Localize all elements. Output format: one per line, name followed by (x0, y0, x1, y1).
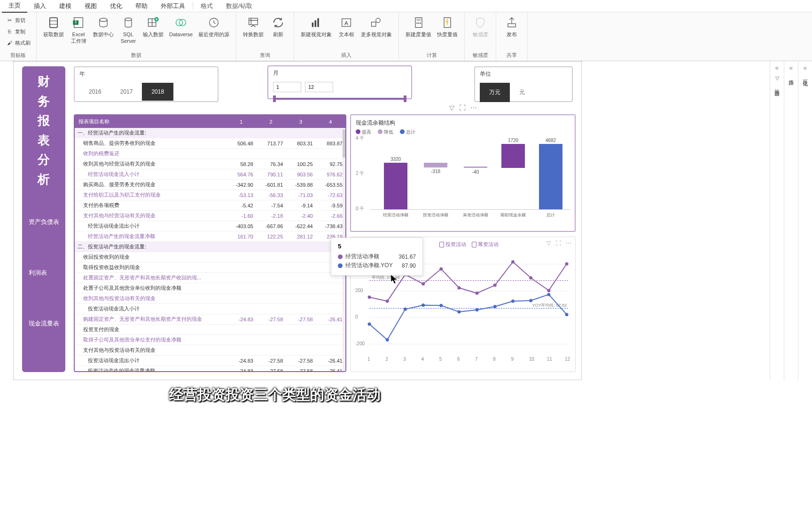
unit-slicer[interactable]: 单位 万元 元 (474, 66, 573, 102)
enter-data-button[interactable]: 输入数据 (140, 14, 166, 39)
bm-financing[interactable]: 筹资活动 (472, 241, 499, 248)
table-row[interactable]: 支付其他与投资活动有关的现金 (75, 345, 345, 356)
tab-help[interactable]: 帮助 (129, 0, 154, 12)
table-row[interactable]: 收回投资收到的现金 (75, 252, 345, 262)
sql-button[interactable]: SQL Server (117, 14, 140, 46)
more-icon[interactable]: ⋯ (566, 240, 571, 246)
table-row[interactable]: 投资活动产生的现金流量净额-24.83-27.58-27.58-26.41 (75, 366, 345, 372)
new-measure-button[interactable]: 新建度量值 (403, 14, 434, 39)
quick-measure-button[interactable]: 快度量值 (434, 14, 461, 39)
tab-model[interactable]: 建模 (53, 0, 78, 12)
slider-handle-left[interactable] (273, 95, 276, 102)
cell-value: -622.44 (286, 221, 315, 231)
svg-point-32 (476, 292, 479, 295)
cell-value (226, 304, 256, 314)
slider-handle-right[interactable] (404, 95, 406, 102)
table-row[interactable]: 取得投资收益收到的现金 (75, 262, 345, 273)
cell-value: -27.58 (286, 314, 315, 325)
table-row[interactable]: 经营活动现金流入小计564.76790.11903.56976.62 (75, 169, 345, 180)
table-row[interactable]: 一、经营活动产生的现金流量: (75, 128, 345, 138)
year-opt-2017[interactable]: 2017 (111, 83, 142, 101)
col-header[interactable]: 4 (316, 115, 345, 128)
format-painter-button[interactable]: 🖌格式刷 (4, 38, 32, 48)
table-row[interactable]: 收到的税费返还 (75, 149, 345, 159)
table-row[interactable]: 收到其他与经营活动有关的现金58.2876.34100.2592.75 (75, 159, 345, 169)
copy-button[interactable]: ⎘复制 (4, 26, 32, 37)
table-row[interactable]: 销售商品、提供劳务收到的现金506.48713.77803.31883.87 (75, 138, 345, 149)
month-slicer[interactable]: 月 (267, 65, 412, 99)
svg-point-35 (529, 276, 532, 279)
nav-balance-sheet[interactable]: 资产负债表 (29, 218, 59, 226)
focus-icon[interactable]: ⛶ (459, 104, 466, 111)
table-row[interactable]: 投资活动现金流入小计 (75, 304, 345, 314)
table-row[interactable]: 取得子公司及其他营业单位支付的现金净额 (75, 335, 345, 345)
table-row[interactable]: 处置子公司及其他营业单位收到的现金净额 (75, 283, 345, 294)
table-row[interactable]: 投资活动现金流出小计-24.83-27.58-27.58-26.41 (75, 356, 345, 366)
year-slicer[interactable]: 年 2016 2017 2018 (74, 66, 219, 102)
col-header[interactable]: 报表项目名称 (75, 115, 226, 128)
year-opt-2018[interactable]: 2018 (142, 83, 173, 101)
chevron-left-icon[interactable]: « (804, 64, 807, 71)
recent-sources-button[interactable]: 最近使用的源 (195, 14, 232, 39)
tab-optimize[interactable]: 优化 (103, 0, 129, 12)
table-row[interactable]: 经营活动产生的现金流量净额161.70122.25281.12238.19 (75, 231, 345, 242)
transform-button[interactable]: 转换数据 (240, 14, 266, 39)
table-row[interactable]: 收到其他与投资活动有关的现金 (75, 294, 345, 304)
publish-button[interactable]: 发布 (500, 14, 523, 39)
get-data-button[interactable]: 获取数据 (40, 14, 67, 39)
table-row[interactable]: 二、投资活动产生的现金流量: (75, 242, 345, 252)
matrix-visual[interactable]: 报表项目名称1234 一、经营活动产生的现金流量:销售商品、提供劳务收到的现金5… (74, 114, 346, 372)
year-opt-2016[interactable]: 2016 (79, 83, 111, 101)
table-row[interactable]: 支付的各项税费-5.42-7.54-9.14-9.59 (75, 200, 345, 211)
month-slider[interactable] (273, 98, 406, 100)
tab-home[interactable]: 主页 (2, 0, 27, 13)
table-row[interactable]: 处置固定资产、无形资产和其他长期资产收回的现... (75, 273, 345, 283)
filter-icon[interactable]: ▽ (547, 240, 551, 246)
tab-data-drill[interactable]: 数据/钻取 (219, 0, 259, 12)
cut-button[interactable]: ✂剪切 (4, 15, 32, 25)
chevron-left-icon[interactable]: « (775, 64, 779, 71)
bm-investing[interactable]: 投资活动 (439, 241, 466, 248)
svg-point-27 (386, 300, 389, 303)
table-row[interactable]: 支付其他与经营活动有关的现金-1.60-2.18-2.40-2.66 (75, 211, 345, 221)
cell-value (286, 252, 315, 262)
unit-opt-wan[interactable]: 万元 (480, 83, 510, 102)
selection-pane[interactable]: « 选择 (784, 61, 798, 381)
upload-icon (504, 15, 519, 30)
waterfall-visual[interactable]: ▽ ⛶ ⋯ 现金流余额结构 提高 降低 总计 0 千2 千4 千3320经营活动… (350, 114, 576, 232)
nav-cashflow[interactable]: 现金流量表 (29, 319, 59, 328)
tab-insert[interactable]: 插入 (27, 0, 53, 12)
table-row[interactable]: 购买商品、接受劳务支付的现金-342.90-601.81-539.88-653.… (75, 180, 345, 190)
table-row[interactable]: 支付给职工以及为职工支付的现金-53.13-56.33-71.03-72.63 (75, 190, 345, 200)
col-header[interactable]: 2 (256, 115, 286, 128)
month-to-input[interactable] (305, 82, 333, 92)
data-hub-button[interactable]: 数据中心 (90, 14, 117, 39)
month-from-input[interactable] (273, 82, 301, 92)
dataverse-button[interactable]: Dataverse (166, 14, 195, 39)
chevron-left-icon[interactable]: « (789, 64, 793, 71)
more-visuals-button[interactable]: 更多视觉对象 (358, 14, 395, 39)
more-icon[interactable]: ⋯ (470, 104, 477, 111)
row-label: 一、经营活动产生的现金流量: (75, 128, 226, 138)
refresh-button[interactable]: 刷新 (266, 14, 290, 39)
table-row[interactable]: 经营活动现金流出小计-403.05-667.86-622.44-738.43 (75, 221, 345, 231)
filters-pane[interactable]: « ▽ 筛选器 (770, 61, 784, 381)
tab-format[interactable]: 格式 (194, 0, 219, 12)
tab-view[interactable]: 视图 (78, 0, 103, 12)
nav-income[interactable]: 利润表 (29, 269, 59, 277)
new-visual-button[interactable]: 新建视觉对象 (298, 14, 335, 39)
table-row[interactable]: 投资支付的现金 (75, 325, 345, 335)
report-canvas[interactable]: 财务报 表分析 资产负债表 利润表 现金流量表 年 2016 2017 2018… (13, 61, 582, 380)
excel-button[interactable]: XExcel 工作簿 (67, 14, 90, 46)
textbox-button[interactable]: A文本框 (335, 14, 358, 39)
unit-opt-yuan[interactable]: 元 (510, 83, 534, 102)
viz-pane[interactable]: « 可视化 (798, 61, 812, 381)
col-header[interactable]: 1 (226, 115, 256, 128)
cell-value: -27.58 (256, 366, 286, 372)
tab-external[interactable]: 外部工具 (154, 0, 192, 12)
cell-value (316, 294, 345, 304)
focus-icon[interactable]: ⛶ (555, 240, 561, 246)
table-row[interactable]: 购建固定资产、无形资产和其他长期资产支付的现金-24.83-27.58-27.5… (75, 314, 345, 325)
filter-icon[interactable]: ▽ (449, 104, 454, 111)
col-header[interactable]: 3 (286, 115, 315, 128)
